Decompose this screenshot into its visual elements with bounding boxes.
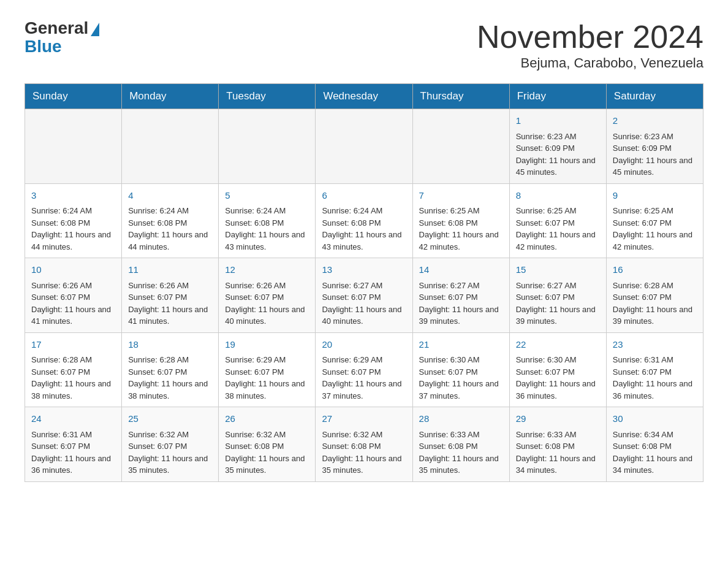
day-number: 8 bbox=[516, 189, 600, 203]
day-info: Sunrise: 6:30 AM Sunset: 6:07 PM Dayligh… bbox=[419, 354, 503, 402]
day-number: 24 bbox=[31, 412, 115, 426]
day-number: 19 bbox=[225, 338, 309, 352]
day-number: 6 bbox=[322, 189, 406, 203]
calendar-cell: 29Sunrise: 6:33 AM Sunset: 6:08 PM Dayli… bbox=[509, 407, 606, 482]
day-number: 13 bbox=[322, 263, 406, 277]
calendar-cell: 9Sunrise: 6:25 AM Sunset: 6:07 PM Daylig… bbox=[606, 183, 703, 258]
calendar-cell: 13Sunrise: 6:27 AM Sunset: 6:07 PM Dayli… bbox=[316, 258, 412, 333]
calendar-header-row: SundayMondayTuesdayWednesdayThursdayFrid… bbox=[25, 84, 703, 109]
calendar-cell: 26Sunrise: 6:32 AM Sunset: 6:08 PM Dayli… bbox=[219, 407, 316, 482]
calendar-cell: 1Sunrise: 6:23 AM Sunset: 6:09 PM Daylig… bbox=[509, 109, 606, 184]
day-number: 26 bbox=[225, 412, 309, 426]
calendar-cell: 12Sunrise: 6:26 AM Sunset: 6:07 PM Dayli… bbox=[219, 258, 316, 333]
day-number: 15 bbox=[516, 263, 600, 277]
day-info: Sunrise: 6:34 AM Sunset: 6:08 PM Dayligh… bbox=[613, 429, 697, 477]
day-number: 10 bbox=[31, 263, 115, 277]
day-info: Sunrise: 6:26 AM Sunset: 6:07 PM Dayligh… bbox=[31, 280, 115, 327]
day-header-thursday: Thursday bbox=[412, 84, 509, 109]
day-info: Sunrise: 6:32 AM Sunset: 6:08 PM Dayligh… bbox=[225, 429, 309, 477]
calendar-cell: 23Sunrise: 6:31 AM Sunset: 6:07 PM Dayli… bbox=[606, 332, 703, 407]
day-info: Sunrise: 6:26 AM Sunset: 6:07 PM Dayligh… bbox=[225, 280, 309, 327]
day-info: Sunrise: 6:27 AM Sunset: 6:07 PM Dayligh… bbox=[419, 280, 503, 327]
calendar-cell bbox=[122, 109, 219, 184]
day-info: Sunrise: 6:30 AM Sunset: 6:07 PM Dayligh… bbox=[516, 354, 600, 402]
day-number: 27 bbox=[322, 412, 406, 426]
week-row-2: 3Sunrise: 6:24 AM Sunset: 6:08 PM Daylig… bbox=[25, 183, 703, 258]
day-number: 7 bbox=[419, 189, 503, 203]
day-header-monday: Monday bbox=[122, 84, 219, 109]
day-number: 22 bbox=[516, 338, 600, 352]
calendar-cell: 24Sunrise: 6:31 AM Sunset: 6:07 PM Dayli… bbox=[25, 407, 122, 482]
week-row-3: 10Sunrise: 6:26 AM Sunset: 6:07 PM Dayli… bbox=[25, 258, 703, 333]
day-number: 23 bbox=[613, 338, 697, 352]
day-info: Sunrise: 6:27 AM Sunset: 6:07 PM Dayligh… bbox=[322, 280, 406, 327]
day-info: Sunrise: 6:29 AM Sunset: 6:07 PM Dayligh… bbox=[225, 354, 309, 402]
calendar-table: SundayMondayTuesdayWednesdayThursdayFrid… bbox=[25, 83, 703, 482]
day-header-sunday: Sunday bbox=[25, 84, 122, 109]
calendar-cell bbox=[412, 109, 509, 184]
calendar-cell: 10Sunrise: 6:26 AM Sunset: 6:07 PM Dayli… bbox=[25, 258, 122, 333]
calendar-cell: 21Sunrise: 6:30 AM Sunset: 6:07 PM Dayli… bbox=[412, 332, 509, 407]
calendar-cell: 22Sunrise: 6:30 AM Sunset: 6:07 PM Dayli… bbox=[509, 332, 606, 407]
day-header-tuesday: Tuesday bbox=[219, 84, 316, 109]
calendar-cell: 17Sunrise: 6:28 AM Sunset: 6:07 PM Dayli… bbox=[25, 332, 122, 407]
day-number: 11 bbox=[128, 263, 212, 277]
day-info: Sunrise: 6:28 AM Sunset: 6:07 PM Dayligh… bbox=[31, 354, 115, 402]
calendar-cell: 2Sunrise: 6:23 AM Sunset: 6:09 PM Daylig… bbox=[606, 109, 703, 184]
day-info: Sunrise: 6:24 AM Sunset: 6:08 PM Dayligh… bbox=[322, 205, 406, 253]
day-info: Sunrise: 6:23 AM Sunset: 6:09 PM Dayligh… bbox=[613, 131, 697, 178]
day-info: Sunrise: 6:25 AM Sunset: 6:07 PM Dayligh… bbox=[516, 205, 600, 253]
logo-general-text: General bbox=[25, 18, 88, 38]
day-info: Sunrise: 6:24 AM Sunset: 6:08 PM Dayligh… bbox=[225, 205, 309, 253]
week-row-1: 1Sunrise: 6:23 AM Sunset: 6:09 PM Daylig… bbox=[25, 109, 703, 184]
calendar-cell: 18Sunrise: 6:28 AM Sunset: 6:07 PM Dayli… bbox=[122, 332, 219, 407]
day-info: Sunrise: 6:25 AM Sunset: 6:07 PM Dayligh… bbox=[613, 205, 697, 253]
calendar-cell bbox=[25, 109, 122, 184]
logo: General Blue bbox=[25, 18, 99, 56]
day-number: 3 bbox=[31, 189, 115, 203]
day-info: Sunrise: 6:31 AM Sunset: 6:07 PM Dayligh… bbox=[613, 354, 697, 402]
day-info: Sunrise: 6:29 AM Sunset: 6:07 PM Dayligh… bbox=[322, 354, 406, 402]
title-block: November 2024 Bejuma, Carabobo, Venezuel… bbox=[477, 18, 703, 71]
day-number: 1 bbox=[516, 114, 600, 128]
day-number: 28 bbox=[419, 412, 503, 426]
calendar-cell: 19Sunrise: 6:29 AM Sunset: 6:07 PM Dayli… bbox=[219, 332, 316, 407]
calendar-cell bbox=[316, 109, 412, 184]
calendar-cell: 30Sunrise: 6:34 AM Sunset: 6:08 PM Dayli… bbox=[606, 407, 703, 482]
calendar-cell: 3Sunrise: 6:24 AM Sunset: 6:08 PM Daylig… bbox=[25, 183, 122, 258]
day-info: Sunrise: 6:26 AM Sunset: 6:07 PM Dayligh… bbox=[128, 280, 212, 327]
calendar-subtitle: Bejuma, Carabobo, Venezuela bbox=[477, 55, 703, 71]
calendar-cell: 14Sunrise: 6:27 AM Sunset: 6:07 PM Dayli… bbox=[412, 258, 509, 333]
logo-triangle-icon bbox=[91, 23, 99, 36]
day-info: Sunrise: 6:25 AM Sunset: 6:08 PM Dayligh… bbox=[419, 205, 503, 253]
day-number: 29 bbox=[516, 412, 600, 426]
day-info: Sunrise: 6:33 AM Sunset: 6:08 PM Dayligh… bbox=[516, 429, 600, 477]
day-number: 4 bbox=[128, 189, 212, 203]
day-header-wednesday: Wednesday bbox=[316, 84, 412, 109]
day-info: Sunrise: 6:24 AM Sunset: 6:08 PM Dayligh… bbox=[31, 205, 115, 253]
day-number: 17 bbox=[31, 338, 115, 352]
day-number: 2 bbox=[613, 114, 697, 128]
day-number: 12 bbox=[225, 263, 309, 277]
logo-blue-text: Blue bbox=[25, 37, 62, 56]
calendar-cell: 8Sunrise: 6:25 AM Sunset: 6:07 PM Daylig… bbox=[509, 183, 606, 258]
day-number: 16 bbox=[613, 263, 697, 277]
day-info: Sunrise: 6:28 AM Sunset: 6:07 PM Dayligh… bbox=[128, 354, 212, 402]
calendar-cell: 16Sunrise: 6:28 AM Sunset: 6:07 PM Dayli… bbox=[606, 258, 703, 333]
page-header: General Blue November 2024 Bejuma, Carab… bbox=[25, 18, 703, 71]
week-row-5: 24Sunrise: 6:31 AM Sunset: 6:07 PM Dayli… bbox=[25, 407, 703, 482]
day-number: 14 bbox=[419, 263, 503, 277]
day-number: 25 bbox=[128, 412, 212, 426]
day-number: 21 bbox=[419, 338, 503, 352]
day-number: 9 bbox=[613, 189, 697, 203]
day-number: 5 bbox=[225, 189, 309, 203]
calendar-cell: 25Sunrise: 6:32 AM Sunset: 6:07 PM Dayli… bbox=[122, 407, 219, 482]
day-info: Sunrise: 6:24 AM Sunset: 6:08 PM Dayligh… bbox=[128, 205, 212, 253]
day-info: Sunrise: 6:28 AM Sunset: 6:07 PM Dayligh… bbox=[613, 280, 697, 327]
day-info: Sunrise: 6:32 AM Sunset: 6:08 PM Dayligh… bbox=[322, 429, 406, 477]
calendar-cell bbox=[219, 109, 316, 184]
calendar-cell: 5Sunrise: 6:24 AM Sunset: 6:08 PM Daylig… bbox=[219, 183, 316, 258]
calendar-title: November 2024 bbox=[477, 18, 703, 55]
calendar-cell: 27Sunrise: 6:32 AM Sunset: 6:08 PM Dayli… bbox=[316, 407, 412, 482]
day-number: 30 bbox=[613, 412, 697, 426]
